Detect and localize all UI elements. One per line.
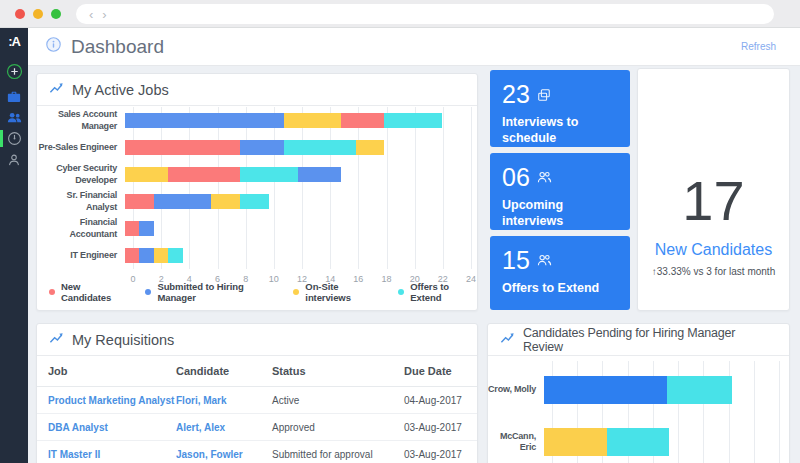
panel-my-requisitions: My Requisitions JobCandidateStatusDue Da… [36, 323, 478, 463]
pending-review-chart: Crow, MollyMcCann, Eric [488, 357, 789, 463]
people-icon [537, 170, 552, 185]
forward-icon[interactable]: › [102, 8, 106, 21]
chart-bar-segment[interactable] [125, 167, 168, 182]
maximize-window-button[interactable] [51, 9, 61, 19]
back-icon[interactable]: ‹ [89, 8, 93, 21]
chart-bar-segment[interactable] [341, 113, 384, 128]
due-date: 03-Aug-2017 [404, 449, 466, 460]
chart-category-label: IT Engineer [37, 250, 125, 261]
chart-bar-segment[interactable] [125, 194, 154, 209]
panel-my-active-jobs: My Active Jobs Sales Account ManagerPre-… [36, 73, 478, 311]
due-date: 03-Aug-2017 [404, 422, 466, 433]
chart-bar-row: Cyber Security Developer [37, 161, 477, 188]
sidebar-item-jobs[interactable] [0, 87, 28, 106]
chart-bar-segment[interactable] [240, 194, 269, 209]
panel-title: Candidates Pending for Hiring Manager Re… [523, 326, 777, 354]
line-chart-icon [49, 330, 64, 349]
chart-bar-row: McCann, Eric [488, 416, 789, 463]
chart-bar-segment[interactable] [298, 167, 341, 182]
chart-bar-segment[interactable] [139, 248, 153, 263]
due-date: 04-Aug-2017 [404, 395, 466, 406]
sidebar-item-candidates[interactable] [0, 108, 28, 127]
chart-bar-segment[interactable] [607, 428, 670, 456]
table-row: Product Marketing AnalystFlori, MarkActi… [37, 387, 477, 414]
active-jobs-chart: Sales Account ManagerPre-Sales EngineerC… [37, 107, 477, 285]
chart-bar-segment[interactable] [356, 140, 385, 155]
chart-bar-segment[interactable] [240, 167, 298, 182]
chart-bar-segment[interactable] [544, 428, 607, 456]
chart-bar-segment[interactable] [168, 167, 240, 182]
panel-header: My Active Jobs [37, 74, 477, 106]
page-title: Dashboard [71, 36, 164, 58]
job-link[interactable]: DBA Analyst [48, 422, 176, 433]
chart-bar-segment[interactable] [284, 113, 342, 128]
stat-value: 06 [502, 163, 530, 192]
chart-bar-segment[interactable] [154, 248, 168, 263]
candidate-link[interactable]: Jason, Fowler [176, 449, 272, 460]
chart-bar-segment[interactable] [125, 221, 139, 236]
stat-card-offers-to-extend[interactable]: 15Offers to Extend [490, 236, 630, 310]
legend-item[interactable]: On-Site interviews [293, 281, 380, 303]
address-bar[interactable]: ‹ › [76, 4, 774, 24]
chart-bar-segment[interactable] [211, 194, 240, 209]
new-candidates-card: 17 New Candidates ↑33.33% vs 3 for last … [637, 68, 790, 311]
chart-category-label: Sr. Financial Analyst [37, 190, 125, 213]
chart-bar-row: Sr. Financial Analyst [37, 188, 477, 215]
job-link[interactable]: Product Marketing Analyst [48, 395, 176, 406]
chart-category-label: Crow, Molly [488, 384, 544, 395]
chart-category-label: McCann, Eric [488, 431, 544, 454]
legend-label: Offers to Extend [410, 281, 477, 303]
chart-bar-segment[interactable] [168, 248, 182, 263]
stat-label: Interviews to schedule [502, 114, 618, 147]
chart-bar-segment[interactable] [139, 221, 153, 236]
chart-bar-row: Pre-Sales Engineer [37, 134, 477, 161]
chart-bar-segment[interactable] [240, 140, 283, 155]
sidebar-item-dashboard[interactable] [0, 129, 28, 148]
stat-value: 23 [502, 80, 530, 109]
job-link[interactable]: IT Master II [48, 449, 176, 460]
legend-dot-icon [293, 289, 299, 295]
chart-bar-segment[interactable] [125, 140, 240, 155]
stat-value: 15 [502, 246, 530, 275]
candidate-link[interactable]: Alert, Alex [176, 422, 272, 433]
stat-card-upcoming-interviews[interactable]: 06Upcoming interviews [490, 153, 630, 230]
stat-card-interviews-to-schedule[interactable]: 23Interviews to schedule [490, 70, 630, 147]
column-header[interactable]: Due Date [404, 365, 466, 377]
chart-bar-row: Crow, Molly [488, 364, 789, 416]
chart-bar-segment[interactable] [154, 194, 212, 209]
minimize-window-button[interactable] [33, 9, 43, 19]
sidebar: :A [0, 28, 28, 463]
info-circle-icon [45, 36, 62, 57]
chart-bar-segment[interactable] [667, 376, 732, 404]
chart-bar-segment[interactable] [544, 376, 667, 404]
column-header[interactable]: Job [48, 365, 176, 377]
chart-bar-segment[interactable] [125, 113, 284, 128]
browser-topbar: ‹ › [0, 0, 800, 28]
column-header[interactable]: Status [272, 365, 404, 377]
chart-bar-segment[interactable] [125, 248, 139, 263]
chart-bar-row: Financial Accountant [37, 215, 477, 242]
app-logo[interactable]: :A [0, 34, 28, 49]
chart-category-label: Sales Account Manager [37, 109, 125, 132]
status-text: Active [272, 395, 404, 406]
dashboard-content: My Active Jobs Sales Account ManagerPre-… [28, 66, 800, 463]
sidebar-item-contacts[interactable] [0, 150, 28, 169]
sidebar-item-add[interactable] [0, 62, 28, 81]
people-icon [7, 110, 22, 125]
legend-item[interactable]: New Candidates [49, 281, 127, 303]
plus-circle-icon [6, 63, 23, 80]
chart-bar-row: Sales Account Manager [37, 107, 477, 134]
stat-label: Offers to Extend [502, 280, 618, 296]
legend-item[interactable]: Offers to Extend [398, 281, 477, 303]
page-header: Dashboard Refresh [28, 28, 800, 66]
table-row: DBA AnalystAlert, AlexApproved03-Aug-201… [37, 414, 477, 441]
close-window-button[interactable] [15, 9, 25, 19]
new-candidates-link[interactable]: New Candidates [638, 241, 789, 259]
candidate-link[interactable]: Flori, Mark [176, 395, 272, 406]
stat-label: Upcoming interviews [502, 197, 618, 230]
column-header[interactable]: Candidate [176, 365, 272, 377]
refresh-link[interactable]: Refresh [741, 41, 776, 52]
legend-item[interactable]: Submitted to Hiring Manager [145, 281, 275, 303]
chart-bar-segment[interactable] [284, 140, 356, 155]
chart-bar-segment[interactable] [384, 113, 442, 128]
